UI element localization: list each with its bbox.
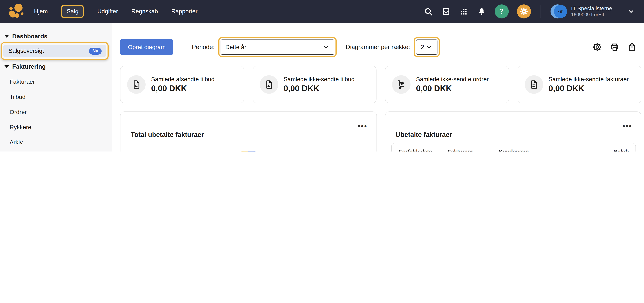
sidebar-section-label: Dashboards: [12, 33, 48, 40]
kpi-card-samlede-ikke-sendte-tilbud: Samlede ikke-sendte tilbud0,00 DKK: [252, 66, 376, 103]
kpi-card-label: Samlede ikke-sendte tilbud: [284, 76, 354, 82]
search-icon[interactable]: [424, 7, 433, 16]
sidebar-item-ordrer[interactable]: Ordrer: [4, 109, 26, 115]
panel-title: Ubetalte fakturaer: [396, 131, 452, 139]
create-chart-button[interactable]: Opret diagram: [120, 39, 174, 55]
kpi-card-value: 0,00 DKK: [284, 84, 354, 93]
sidebar-section-dashboards[interactable]: Dashboards: [0, 29, 112, 44]
main-content: Opret diagram Periode: Dette år Diagramm…: [112, 23, 644, 151]
account-name: IT Specialisterne: [571, 5, 612, 12]
chevron-down-icon: [426, 43, 433, 50]
account-number: 1609009 ForEft: [571, 12, 612, 18]
e-conomic-logo[interactable]: [8, 3, 24, 19]
caret-down-icon: [4, 65, 9, 68]
hand-truck-icon: [392, 75, 410, 94]
sidebar-item-fakturaer[interactable]: Fakturaer: [4, 78, 35, 85]
document-signature-icon: [260, 75, 278, 94]
nav-item-udgifter[interactable]: Udgifter: [97, 5, 118, 18]
account-menu[interactable]: ·ıt IT Specialisterne 1609009 ForEft: [550, 4, 612, 19]
sidebar-item-label: Salgsoversigt: [8, 48, 44, 54]
sidebar-section-fakturering[interactable]: Fakturering: [0, 59, 112, 74]
period-select-value: Dette år: [225, 44, 246, 50]
new-badge: Ny: [89, 47, 102, 54]
kpi-card-value: 0,00 DKK: [416, 84, 489, 93]
sidebar-item-arkiv[interactable]: Arkiv: [4, 139, 23, 146]
help-button[interactable]: ?: [494, 4, 508, 18]
charts-per-row-select[interactable]: 2: [416, 39, 438, 55]
sidebar-nav: DashboardsSalgsoversigtNyFaktureringFakt…: [0, 23, 112, 151]
kpi-card-samlede-ikke-sendte-ordrer: Samlede ikke-sendte ordrer0,00 DKK: [385, 66, 509, 103]
kpi-cards: Samlede afsendte tilbud0,00 DKKSamlede i…: [120, 66, 642, 103]
column-header-bel-b: Beløb: [580, 148, 636, 151]
annotation-highlight-per-row: 2: [414, 37, 440, 57]
inbox-icon[interactable]: [441, 7, 451, 16]
kpi-card-value: 0,00 DKK: [151, 84, 214, 93]
nav-item-rapporter[interactable]: Rapporter: [171, 5, 198, 18]
kpi-card-value: 0,00 DKK: [548, 84, 629, 93]
nav-divider: [540, 5, 541, 18]
sidebar-section-label: Fakturering: [12, 63, 46, 70]
nav-item-regnskab[interactable]: Regnskab: [131, 5, 158, 18]
ellipsis-menu-icon[interactable]: •••: [622, 122, 632, 130]
annotation-highlight-salg: Salg: [61, 5, 84, 18]
period-select[interactable]: Dette år: [220, 39, 334, 55]
toolbar-icons: [592, 42, 637, 52]
avatar: ·ıt: [550, 4, 567, 19]
apps-grid-icon[interactable]: [459, 7, 469, 16]
charts-per-row-label: Diagrammer per række:: [346, 43, 410, 50]
dashboard-toolbar: Opret diagram Periode: Dette år Diagramm…: [120, 38, 642, 56]
kpi-card-label: Samlede afsendte tilbud: [151, 76, 214, 82]
notification-bell-icon[interactable]: [477, 7, 486, 16]
top-nav: Hjem Salg Udgifter Regnskab Rapporter ?: [0, 0, 644, 23]
kpi-card-label: Samlede ikke-sendte ordrer: [416, 76, 489, 82]
period-label: Periode:: [192, 43, 215, 50]
top-nav-actions: ?: [424, 4, 636, 19]
caret-down-icon: [4, 35, 9, 38]
nav-item-hjem[interactable]: Hjem: [34, 5, 48, 18]
kpi-card-text: Samlede ikke-sendte fakturaer0,00 DKK: [548, 76, 629, 93]
chevron-down-icon[interactable]: [626, 7, 636, 16]
charts-per-row-value: 2: [421, 44, 424, 50]
chevron-down-icon: [322, 43, 330, 51]
document-lines-icon: [524, 75, 543, 94]
export-share-icon[interactable]: [627, 42, 637, 52]
kpi-card-samlede-ikke-sendte-fakturaer: Samlede ikke-sendte fakturaer0,00 DKK: [518, 66, 642, 103]
kpi-card-samlede-afsendte-tilbud: Samlede afsendte tilbud0,00 DKK: [120, 66, 244, 103]
unpaid-invoices-panel: Ubetalte fakturaer ••• ForfaldsdatoFaktu…: [385, 111, 642, 151]
unpaid-invoices-table: ForfaldsdatoFakturanr.KundenavnBeløb 12.…: [391, 143, 636, 151]
donut-chart-panel: Total ubetalte fakturaer ••• 85.775,00 T…: [120, 111, 377, 151]
column-header-fakturanr: Fakturanr.: [448, 148, 498, 151]
table-header: ForfaldsdatoFakturanr.KundenavnBeløb: [392, 143, 636, 151]
annotation-highlight-period: Dette år: [218, 37, 336, 57]
kpi-card-text: Samlede afsendte tilbud0,00 DKK: [151, 76, 214, 93]
kpi-card-text: Samlede ikke-sendte ordrer0,00 DKK: [416, 76, 489, 93]
panel-title: Total ubetalte fakturaer: [131, 131, 204, 139]
column-header-forfaldsdato: Forfaldsdato: [392, 148, 448, 151]
print-icon[interactable]: [609, 42, 620, 52]
nav-item-salg[interactable]: Salg: [67, 8, 78, 14]
app-window: Hjem Salg Udgifter Regnskab Rapporter ?: [0, 0, 644, 151]
kpi-card-text: Samlede ikke-sendte tilbud0,00 DKK: [284, 76, 354, 93]
settings-button[interactable]: [517, 4, 531, 18]
document-signature-icon: [127, 75, 146, 94]
dashboard-settings-gear-icon[interactable]: [592, 42, 602, 52]
sidebar-item-tilbud[interactable]: Tilbud: [4, 94, 26, 100]
annotation-highlight-salgsoversigt: SalgsoversigtNy: [1, 42, 109, 60]
ellipsis-menu-icon[interactable]: •••: [358, 122, 368, 130]
sidebar-item-salgsoversigt[interactable]: SalgsoversigtNy: [3, 45, 106, 57]
main-menu: Hjem Salg Udgifter Regnskab Rapporter: [34, 5, 198, 18]
column-header-kundenavn: Kundenavn: [498, 148, 580, 151]
sidebar-item-rykkere[interactable]: Rykkere: [4, 124, 31, 130]
donut-chart: 85.775,00 Total: [198, 151, 300, 151]
kpi-card-label: Samlede ikke-sendte fakturaer: [548, 76, 629, 82]
